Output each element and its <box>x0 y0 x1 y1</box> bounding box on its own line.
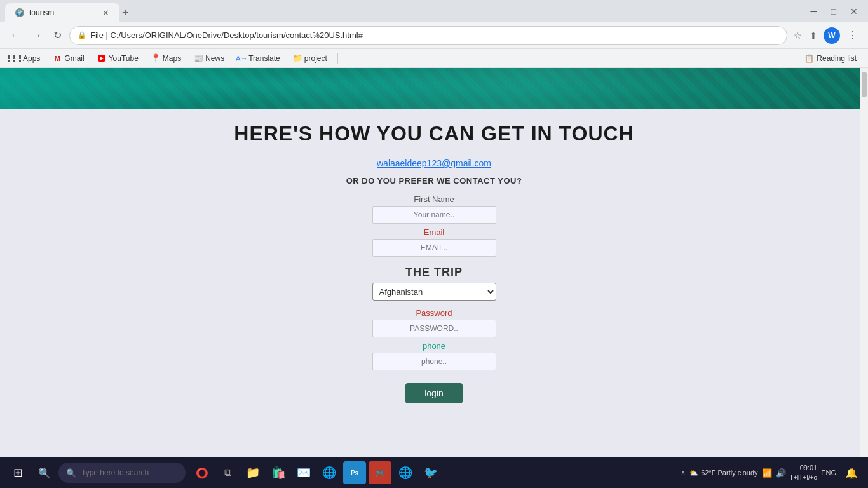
gmail-icon: M <box>53 54 62 63</box>
taskbar-bird-button[interactable]: 🐦 <box>419 461 442 484</box>
taskbar-chrome-button[interactable]: 🌐 <box>394 461 417 484</box>
back-button[interactable]: ← <box>6 27 24 44</box>
bookmark-translate-label: Translate <box>248 54 280 63</box>
taskbar-taskview-button[interactable]: ⧉ <box>216 461 239 484</box>
search-button[interactable]: 🔍 <box>33 461 56 484</box>
password-label: Password <box>416 308 452 318</box>
taskbar-search-icon: 🔍 <box>66 468 76 478</box>
taskbar-fileexplorer-button[interactable]: 📁 <box>241 461 264 484</box>
bookmark-project-label: project <box>304 54 327 63</box>
taskbar-unknown-app-button[interactable]: 🎮 <box>369 461 391 484</box>
contact-subtitle: OR DO YOU PREFER WE CONTACT YOU? <box>346 176 522 186</box>
omnibox-actions: ☆ ⬆ <box>791 28 820 43</box>
scrollbar[interactable] <box>860 68 868 458</box>
password-group: Password <box>370 308 498 337</box>
close-button[interactable]: ✕ <box>845 4 863 19</box>
login-button[interactable]: login <box>405 383 463 403</box>
password-input[interactable] <box>372 320 496 337</box>
minimize-button[interactable]: ─ <box>806 4 822 19</box>
tab-favicon: 🌍 <box>15 8 24 17</box>
maximize-button[interactable]: □ <box>826 4 841 19</box>
reload-button[interactable]: ↻ <box>50 27 65 44</box>
youtube-icon: ▶ <box>97 54 106 63</box>
chevron-up-icon[interactable]: ∧ <box>681 469 686 477</box>
security-icon: 🔒 <box>78 31 86 39</box>
omnibox-bar: ← → ↻ 🔒 File | C:/Users/ORIGINAL/OneDriv… <box>0 22 868 49</box>
network-icon[interactable]: 📶 <box>762 468 772 478</box>
start-button[interactable]: ⊞ <box>5 460 31 485</box>
volume-icon[interactable]: 🔊 <box>776 468 786 478</box>
hero-banner <box>0 68 868 109</box>
first-name-input[interactable] <box>372 206 496 224</box>
bookmark-apps[interactable]: Apps <box>6 52 45 65</box>
taskbar-mail-button[interactable]: ✉️ <box>292 461 315 484</box>
tab-title: tourism <box>29 8 54 17</box>
taskbar-search-box[interactable]: 🔍 <box>58 463 186 483</box>
forward-button[interactable]: → <box>28 27 46 44</box>
bookmark-maps[interactable]: 📍 Maps <box>146 52 186 65</box>
trip-group: THE TRIP Afghanistan Albania Algeria And… <box>370 261 498 304</box>
taskbar-right-area: ∧ ⛅ 62°F Partly cloudy 📶 🔊 09:01 T+IT+I/… <box>681 461 863 484</box>
scrollbar-thumb[interactable] <box>862 72 867 97</box>
share-button[interactable]: ⬆ <box>807 28 820 43</box>
bookmark-translate[interactable]: A→ Translate <box>232 52 285 65</box>
country-select[interactable]: Afghanistan Albania Algeria Andorra <box>372 283 496 301</box>
taskbar-search-input[interactable] <box>81 468 170 477</box>
trip-label: THE TRIP <box>405 266 463 279</box>
email-group: Email <box>370 227 498 257</box>
reading-list-label: Reading list <box>817 54 857 63</box>
bookmark-news[interactable]: 📰 News <box>189 52 229 65</box>
maps-icon: 📍 <box>151 54 160 63</box>
bookmarks-separator <box>337 53 338 64</box>
taskbar-app-icons: ⭕ ⧉ 📁 🛍️ ✉️ 🌐 Ps 🎮 🌐 🐦 <box>191 461 442 484</box>
weather-icon: ⛅ <box>689 469 698 477</box>
active-tab[interactable]: 🌍 tourism ✕ <box>5 3 119 22</box>
page-content: HERE'S HOW YOU CAN GET IN TOUCH walaaeld… <box>0 68 868 458</box>
reading-list-button[interactable]: 📋 Reading list <box>799 52 862 65</box>
tab-area: 🌍 tourism ✕ + <box>5 0 801 22</box>
bookmark-gmail[interactable]: M Gmail <box>48 52 89 65</box>
clock-time: 09:01 <box>790 463 818 473</box>
bookmark-gmail-label: Gmail <box>64 54 84 63</box>
weather-text: 62°F Partly cloudy <box>701 469 757 477</box>
window-controls: ─ □ ✕ <box>806 4 863 19</box>
tab-close-button[interactable]: ✕ <box>102 8 109 18</box>
phone-input[interactable] <box>372 353 496 370</box>
taskbar-cortana-button[interactable]: ⭕ <box>191 461 214 484</box>
bookmarks-bar: Apps M Gmail ▶ YouTube 📍 Maps 📰 News A→ … <box>0 49 868 68</box>
bookmark-youtube[interactable]: ▶ YouTube <box>92 52 144 65</box>
contact-form-area: HERE'S HOW YOU CAN GET IN TOUCH walaaeld… <box>0 109 868 458</box>
contact-email-link[interactable]: walaaeldeep123@gmail.com <box>377 158 491 168</box>
weather-widget: ⛅ 62°F Partly cloudy <box>689 469 757 477</box>
language-indicator[interactable]: ENG <box>821 469 836 477</box>
url-display: File | C:/Users/ORIGINAL/OneDrive/Deskto… <box>90 30 779 40</box>
new-tab-button[interactable]: + <box>119 4 132 22</box>
first-name-group: First Name <box>370 194 498 224</box>
translate-icon: A→ <box>237 54 246 63</box>
news-icon: 📰 <box>194 54 203 63</box>
reading-list-icon: 📋 <box>804 54 814 63</box>
taskbar: ⊞ 🔍 🔍 ⭕ ⧉ 📁 🛍️ ✉️ 🌐 Ps 🎮 🌐 <box>0 458 868 488</box>
taskbar-edge-button[interactable]: 🌐 <box>318 461 341 484</box>
phone-label: phone <box>423 341 445 351</box>
notification-button[interactable]: 🔔 <box>840 461 863 484</box>
project-folder-icon: 📁 <box>293 54 302 63</box>
profile-button[interactable]: W <box>824 27 840 44</box>
address-bar[interactable]: 🔒 File | C:/Users/ORIGINAL/OneDrive/Desk… <box>69 26 787 45</box>
taskbar-photoshop-button[interactable]: Ps <box>343 461 366 484</box>
bookmark-apps-label: Apps <box>23 54 40 63</box>
bookmark-maps-label: Maps <box>163 54 181 63</box>
email-label: Email <box>424 227 445 237</box>
chrome-menu-button[interactable]: ⋮ <box>844 27 862 44</box>
email-input[interactable] <box>372 239 496 257</box>
bookmark-star-button[interactable]: ☆ <box>791 28 804 43</box>
bookmark-youtube-label: YouTube <box>109 54 139 63</box>
page-title: HERE'S HOW YOU CAN GET IN TOUCH <box>234 122 634 146</box>
bookmark-news-label: News <box>205 54 224 63</box>
taskbar-clock[interactable]: 09:01 T+IT+I/+o <box>790 463 818 482</box>
browser-window: 🌍 tourism ✕ + ─ □ ✕ ← → ↻ 🔒 File | C:/Us… <box>0 0 868 488</box>
first-name-label: First Name <box>414 194 454 204</box>
clock-date: T+IT+I/+o <box>790 473 818 482</box>
taskbar-windows-store-button[interactable]: 🛍️ <box>267 461 290 484</box>
bookmark-project[interactable]: 📁 project <box>288 52 332 65</box>
